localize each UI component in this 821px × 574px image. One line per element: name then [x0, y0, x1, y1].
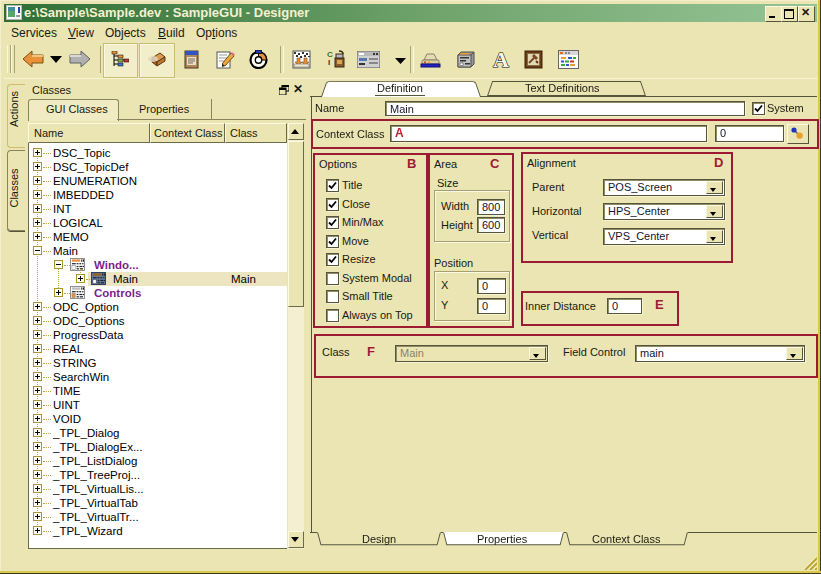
svg-text:I: I: [328, 58, 330, 67]
svg-text:A: A: [493, 49, 509, 70]
